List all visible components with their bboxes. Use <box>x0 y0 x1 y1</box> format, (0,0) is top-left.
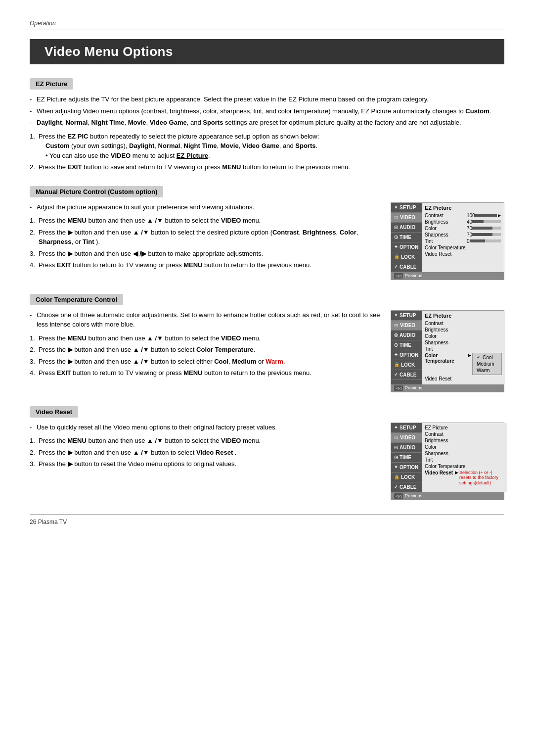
video-reset-section: Video Reset Use to quickly reset all the… <box>30 406 504 500</box>
ez-picture-section: EZ Picture EZ Picture adjusts the TV for… <box>30 78 504 172</box>
menu-row-color: Color 70 <box>425 226 501 231</box>
page-title: Video Menu Options <box>30 39 504 64</box>
manual-bullet-1: Adjust the picture appearance to suit yo… <box>30 202 381 212</box>
menu-title-1: EZ Picture <box>425 205 501 211</box>
sidebar-time-3: ◷TIME <box>391 453 422 463</box>
sidebar-video-2: ▭VIDEO <box>391 321 422 331</box>
menu-main-1: EZ Picture Contrast 100 ▶ Brightness 40 … <box>422 203 504 272</box>
color-temp-bullet-1: Choose one of three automatic color adju… <box>30 310 381 330</box>
ez-bullet-3: Daylight, Normal, Night Time, Movie, Vid… <box>30 118 504 128</box>
menu-row-vr-sharpness: Sharpness <box>425 451 504 456</box>
sidebar-option-3: ✦OPTION <box>391 463 422 472</box>
bottom-divider <box>30 514 504 515</box>
menu-sidebar-1: ✦SETUP ▭VIDEO ◎AUDIO ◷TIME ✦OPTION 🔒LOCK… <box>391 203 422 272</box>
sidebar-audio-2: ◎AUDIO <box>391 331 422 340</box>
sidebar-lock: 🔒LOCK <box>391 252 422 262</box>
menu-row-color-temp: Color Temperature <box>425 245 501 250</box>
video-reset-text: Use to quickly reset all the Video menu … <box>30 423 381 500</box>
page-number: 26 Plasma TV <box>30 519 504 525</box>
menu-sidebar-3: ✦SETUP ▭VIDEO ◎AUDIO ◷TIME ✦OPTION 🔒LOCK… <box>391 423 422 492</box>
sidebar-time: ◷TIME <box>391 233 422 242</box>
sidebar-video: ▭VIDEO <box>391 213 422 223</box>
manual-step-3: 3.Press the ▶ button and then use ◀ /▶ b… <box>30 249 381 259</box>
submenu-cool: ✓ Cool <box>477 354 497 361</box>
ez-step-2: 2.Press the EXIT button to save and retu… <box>30 162 504 172</box>
manual-picture-header: Manual Picture Control (Custom option) <box>30 186 163 197</box>
color-temp-step-1: 1.Press the MENU button and then use ▲ /… <box>30 333 381 343</box>
sidebar-option-2: ✦OPTION <box>391 350 422 360</box>
video-reset-note: Selection (+ or -) resets to the factory… <box>459 470 504 486</box>
sidebar-setup: ✦SETUP <box>391 203 422 213</box>
color-temp-header: Color Temperature Control <box>30 294 123 305</box>
sidebar-cable-2: ✓CABLE <box>391 370 422 380</box>
video-reset-step-1: 1.Press the MENU button and then use ▲ /… <box>30 436 381 446</box>
menu-main-2: EZ Picture Contrast Brightness Color Sha… <box>422 311 505 384</box>
video-reset-step-3: 3.Press the ▶ button to reset the Video … <box>30 459 381 469</box>
sidebar-video-3: ▭VIDEO <box>391 433 422 443</box>
ez-bullet-1: EZ Picture adjusts the TV for the best p… <box>30 94 504 104</box>
sidebar-audio-3: ◎AUDIO <box>391 443 422 453</box>
menu-footer-1: ◁◁ Previous <box>391 272 504 280</box>
menu-row-ct-sharpness: Sharpness <box>425 340 502 345</box>
sidebar-option: ✦OPTION <box>391 242 422 252</box>
ez-picture-bullets: EZ Picture adjusts the TV for the best p… <box>30 94 504 128</box>
sidebar-setup-2: ✦SETUP <box>391 311 422 321</box>
top-divider <box>30 30 504 30</box>
menu-row-vr-ezpicture: EZ Picture <box>425 425 504 430</box>
menu-row-vr-color: Color <box>425 444 504 450</box>
color-temp-submenu: ✓ Cool Medium Warm <box>472 353 502 375</box>
color-temp-text: Choose one of three automatic color adju… <box>30 310 381 392</box>
color-temp-menu-image: ✦SETUP ▭VIDEO ◎AUDIO ◷TIME ✦OPTION 🔒LOCK… <box>391 310 504 392</box>
menu-row-video-reset: Video Reset <box>425 251 501 257</box>
color-temp-step-4: 4.Press EXIT button to return to TV view… <box>30 368 381 378</box>
menu-row-contrast: Contrast 100 ▶ <box>425 213 501 218</box>
menu-row-tint: Tint 0 <box>425 238 501 244</box>
menu-footer-3: ◁◁ Previous <box>391 492 504 500</box>
submenu-medium: Medium <box>477 361 497 367</box>
menu-sidebar-2: ✦SETUP ▭VIDEO ◎AUDIO ◷TIME ✦OPTION 🔒LOCK… <box>391 311 422 384</box>
sidebar-cable: ✓CABLE <box>391 262 422 272</box>
menu-row-ct-colortemp: Color Temperature ▶ ✓ Cool Medium Warm <box>425 353 502 375</box>
color-temp-step-2: 2.Press the ▶ button and then use ▲ /▼ b… <box>30 345 381 355</box>
menu-footer-2: ◁◁ Previous <box>391 384 504 392</box>
manual-picture-menu-image: ✦SETUP ▭VIDEO ◎AUDIO ◷TIME ✦OPTION 🔒LOCK… <box>391 202 504 280</box>
sidebar-lock-2: 🔒LOCK <box>391 360 422 370</box>
sidebar-time-2: ◷TIME <box>391 340 422 350</box>
menu-row-ct-tint: Tint <box>425 346 502 352</box>
ez-bullet-2: When adjusting Video menu options (contr… <box>30 106 504 116</box>
operation-label: Operation <box>30 20 504 27</box>
video-reset-menu-image: ✦SETUP ▭VIDEO ◎AUDIO ◷TIME ✦OPTION 🔒LOCK… <box>391 423 504 500</box>
menu-row-ct-videoreset: Video Reset <box>425 376 502 381</box>
manual-picture-section: Manual Picture Control (Custom option) A… <box>30 186 504 280</box>
manual-picture-text: Adjust the picture appearance to suit yo… <box>30 202 381 280</box>
ez-picture-header: EZ Picture <box>30 78 73 90</box>
menu-main-3: EZ Picture Contrast Brightness Color Sha… <box>422 423 507 492</box>
menu-row-vr-colortemp: Color Temperature <box>425 464 504 469</box>
menu-row-brightness: Brightness 40 <box>425 219 501 225</box>
manual-step-2: 2.Press the ▶ button and then use ▲ /▼ b… <box>30 228 381 247</box>
sidebar-audio: ◎AUDIO <box>391 223 422 233</box>
menu-row-ct-color: Color <box>425 333 502 339</box>
sidebar-cable-3: ✓CABLE <box>391 482 422 492</box>
manual-step-1: 1.Press the MENU button and then use ▲ /… <box>30 216 381 226</box>
menu-row-vr-videoreset: Video Reset ▶ Selection (+ or -) resets … <box>425 470 504 486</box>
menu-row-ct-contrast: Contrast <box>425 321 502 326</box>
sidebar-setup-3: ✦SETUP <box>391 423 422 433</box>
menu-row-vr-contrast: Contrast <box>425 431 504 437</box>
video-reset-bullet-1: Use to quickly reset all the Video menu … <box>30 423 381 432</box>
menu-row-ct-brightness: Brightness <box>425 327 502 332</box>
menu-title-2: EZ Picture <box>425 313 502 319</box>
color-temp-section: Color Temperature Control Choose one of … <box>30 294 504 392</box>
ez-picture-steps: 1.Press the EZ PIC button repeatedly to … <box>30 132 504 172</box>
submenu-warm: Warm <box>477 367 497 374</box>
menu-row-vr-tint: Tint <box>425 457 504 463</box>
video-reset-step-2: 2.Press the ▶ button and then use ▲ /▼ b… <box>30 448 381 458</box>
manual-step-4: 4.Press EXIT button to return to TV view… <box>30 260 381 270</box>
menu-row-vr-brightness: Brightness <box>425 438 504 443</box>
video-reset-header: Video Reset <box>30 406 78 418</box>
sidebar-lock-3: 🔒LOCK <box>391 472 422 482</box>
menu-row-sharpness: Sharpness 70 <box>425 232 501 237</box>
color-temp-step-3: 3.Press the ▶ button and then use ▲ /▼ b… <box>30 357 381 367</box>
ez-step-1: 1.Press the EZ PIC button repeatedly to … <box>30 132 504 161</box>
